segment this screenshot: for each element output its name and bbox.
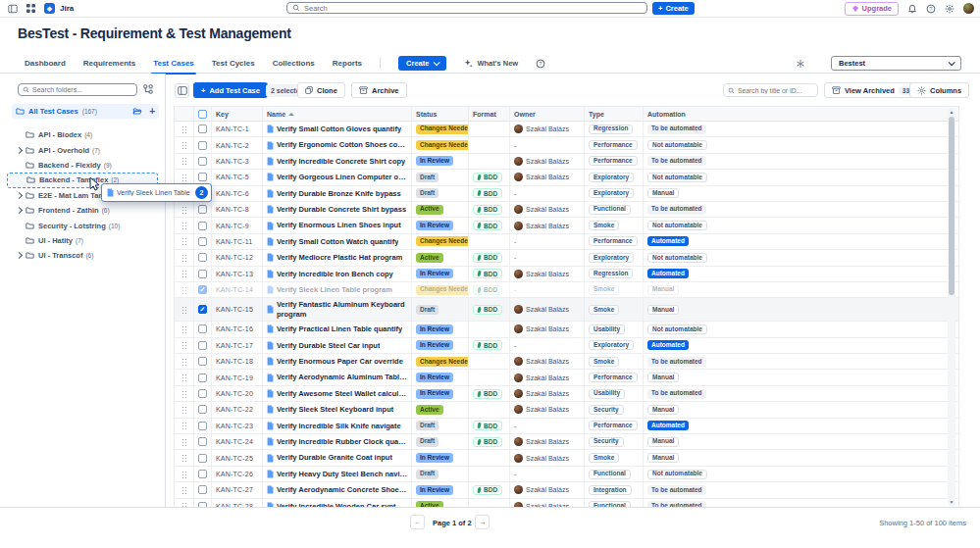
sidebar-folder-api-biodex[interactable]: API - Biodex(4) xyxy=(0,127,165,142)
automation-cell[interactable]: Automated xyxy=(644,234,958,249)
test-case-name[interactable]: Verify Sleek Steel Keyboard input xyxy=(263,402,412,417)
test-case-name[interactable]: Verify Small Cotton Watch quantify xyxy=(263,234,412,249)
type-cell[interactable]: Regression xyxy=(585,122,644,136)
owner-cell[interactable]: Szakál Balázs xyxy=(510,154,585,169)
type-cell[interactable]: Smoke xyxy=(585,218,644,232)
status-cell[interactable]: Draft xyxy=(412,467,469,481)
status-badge[interactable]: Draft xyxy=(416,188,438,198)
automation-badge[interactable]: Automated xyxy=(647,236,689,246)
table-row[interactable]: KAN-TC-22 Verify Sleek Steel Keyboard in… xyxy=(175,402,958,418)
type-cell[interactable]: Usability xyxy=(585,386,644,401)
type-badge[interactable]: Integration xyxy=(589,485,632,495)
automation-cell[interactable]: Not automatable xyxy=(644,322,958,336)
user-avatar[interactable] xyxy=(963,3,974,14)
scroll-up-arrow[interactable]: ▲ xyxy=(948,109,955,115)
type-cell[interactable]: Exploratory xyxy=(585,170,644,184)
drag-handle[interactable] xyxy=(175,122,194,136)
drag-handle[interactable] xyxy=(175,354,194,369)
automation-badge[interactable]: Not automatable xyxy=(647,253,707,263)
header-type[interactable]: Type xyxy=(585,107,644,121)
type-cell[interactable]: Exploratory xyxy=(585,250,644,265)
owner-cell[interactable]: Szakál Balázs xyxy=(510,170,585,184)
project-select[interactable]: Bestest xyxy=(831,56,961,71)
status-badge[interactable]: Changes Needed xyxy=(416,285,469,295)
automation-cell[interactable]: Manual xyxy=(644,186,958,201)
test-case-name[interactable]: Verify Mediocre Plastic Hat program xyxy=(263,250,412,265)
automation-cell[interactable]: Manual xyxy=(644,370,958,384)
table-row[interactable]: KAN-TC-13 Verify Incredible Iron Bench c… xyxy=(175,267,958,282)
automation-badge[interactable]: Not automatable xyxy=(647,173,707,182)
tab-collections[interactable]: Collections xyxy=(273,54,315,74)
automation-cell[interactable]: To be automated xyxy=(644,202,958,217)
automation-badge[interactable]: Manual xyxy=(647,305,679,315)
table-row[interactable]: KAN-TC-25 Verify Durable Granite Coat in… xyxy=(175,450,958,466)
status-cell[interactable]: In Review xyxy=(412,322,469,336)
type-badge[interactable]: Usability xyxy=(589,324,625,334)
type-badge[interactable]: Performance xyxy=(589,373,638,382)
status-badge[interactable]: Active xyxy=(416,405,443,415)
owner-cell[interactable]: Szakál Balázs xyxy=(510,402,585,417)
type-badge[interactable]: Functional xyxy=(589,470,631,479)
table-row[interactable]: KAN-TC-8 Verify Durable Concrete Shirt b… xyxy=(175,202,958,218)
test-case-name[interactable]: Verify Ergonomic Cotton Shoes compress xyxy=(263,137,412,152)
status-badge[interactable]: In Review xyxy=(416,389,453,399)
help-circle-icon[interactable]: ? xyxy=(536,59,545,69)
sidebar-item-all-test-cases[interactable]: All Test Cases (167) + xyxy=(12,104,159,119)
automation-badge[interactable]: Manual xyxy=(647,373,679,382)
status-cell[interactable]: In Review xyxy=(412,450,469,465)
status-cell[interactable]: Changes Needed xyxy=(412,354,469,369)
table-row[interactable]: KAN-TC-24 Verify Incredible Rubber Clock… xyxy=(175,434,958,450)
table-scrollbar[interactable]: ▲ ▼ xyxy=(948,108,955,506)
row-checkbox[interactable] xyxy=(194,250,212,265)
type-cell[interactable]: Smoke xyxy=(585,298,644,321)
owner-cell[interactable]: Szakál Balázs xyxy=(510,267,585,281)
status-badge[interactable]: Draft xyxy=(416,470,438,479)
table-row[interactable]: KAN-TC-6 Verify Durable Bronze Knife byp… xyxy=(175,186,958,202)
table-row[interactable]: KAN-TC-1 Verify Small Cotton Gloves quan… xyxy=(175,122,958,137)
automation-cell[interactable]: Manual xyxy=(644,282,958,297)
row-checkbox[interactable] xyxy=(194,482,212,497)
owner-cell[interactable]: Szakál Balázs xyxy=(510,386,585,401)
chevron-right-icon[interactable] xyxy=(16,192,23,199)
status-cell[interactable]: Draft xyxy=(412,298,469,321)
archive-button[interactable]: Archive xyxy=(351,82,407,98)
automation-cell[interactable]: Not automatable xyxy=(644,467,958,481)
tab-requirements[interactable]: Requirements xyxy=(83,54,135,74)
drag-handle[interactable] xyxy=(175,450,194,465)
test-case-name[interactable]: Verify Sleek Linen Table program xyxy=(263,282,412,297)
tab-dashboard[interactable]: Dashboard xyxy=(25,54,66,74)
tab-test-cycles[interactable]: Test Cycles xyxy=(212,54,255,74)
owner-cell[interactable]: - xyxy=(510,137,585,152)
scrollbar-thumb[interactable] xyxy=(949,117,954,295)
whats-new-button[interactable]: What's New xyxy=(464,59,518,68)
sidebar-folder-security-lotstring[interactable]: Security - Lotstring(10) xyxy=(0,218,165,232)
owner-cell[interactable]: - xyxy=(510,234,585,249)
drag-handle[interactable] xyxy=(175,322,194,336)
sidebar-folder-ui-hatity[interactable]: UI - Hatity(7) xyxy=(0,233,165,248)
type-badge[interactable]: Smoke xyxy=(589,305,619,315)
row-checkbox[interactable] xyxy=(194,419,212,433)
automation-cell[interactable]: Manual xyxy=(644,450,958,465)
automation-badge[interactable]: Automated xyxy=(647,421,689,430)
owner-name[interactable]: Szakál Balázs xyxy=(526,174,569,180)
test-case-name[interactable]: Verify Incredible Rubber Clock quantify xyxy=(263,434,412,449)
drag-handle[interactable] xyxy=(175,482,194,497)
type-badge[interactable]: Smoke xyxy=(589,453,619,463)
open-folder-icon[interactable] xyxy=(132,107,142,116)
owner-cell[interactable]: Szakál Balázs xyxy=(510,122,585,136)
row-checkbox[interactable] xyxy=(194,202,212,217)
type-cell[interactable]: Performance xyxy=(585,370,644,384)
automation-cell[interactable]: Automated xyxy=(644,267,958,281)
type-cell[interactable]: Smoke xyxy=(585,354,644,369)
type-cell[interactable]: Usability xyxy=(585,322,644,336)
row-checkbox[interactable] xyxy=(194,450,212,465)
automation-badge[interactable]: To be automated xyxy=(647,205,706,215)
owner-cell[interactable]: Szakál Balázs xyxy=(510,482,585,497)
type-cell[interactable]: Exploratory xyxy=(585,338,644,353)
automation-badge[interactable]: Not automatable xyxy=(647,324,707,334)
status-badge[interactable]: In Review xyxy=(416,324,453,334)
automation-badge[interactable]: To be automated xyxy=(647,389,706,399)
automation-cell[interactable]: To be automated xyxy=(644,354,958,369)
table-row[interactable]: KAN-TC-12 Verify Mediocre Plastic Hat pr… xyxy=(175,250,958,266)
status-badge[interactable]: In Review xyxy=(416,340,453,350)
